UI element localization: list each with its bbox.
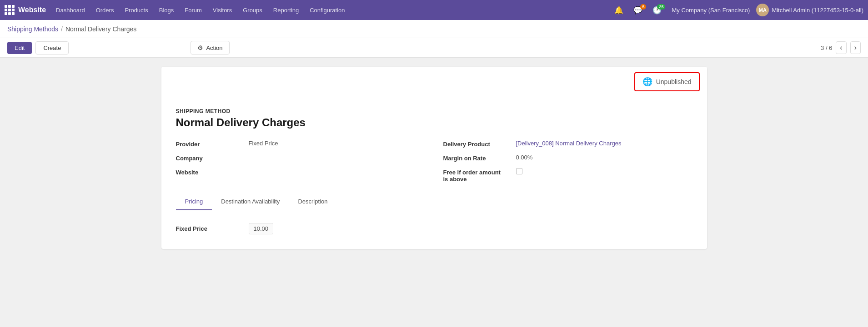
tab-pricing[interactable]: Pricing bbox=[176, 193, 212, 210]
record-card: 🌐 Unpublished Shipping Method Normal Del… bbox=[161, 67, 707, 249]
field-free-if-order-label: Free if order amount is above bbox=[443, 168, 516, 183]
nav-products[interactable]: Products bbox=[120, 0, 152, 20]
unpublished-button[interactable]: 🌐 Unpublished bbox=[634, 72, 700, 91]
nav-visitors[interactable]: Visitors bbox=[208, 0, 236, 20]
user-name: Mitchell Admin (11227453-15-0-all) bbox=[772, 7, 863, 14]
breadcrumb-parent[interactable]: Shipping Methods bbox=[7, 25, 58, 33]
tab-description[interactable]: Description bbox=[289, 193, 336, 210]
card-header: 🌐 Unpublished bbox=[161, 67, 707, 97]
nav-configuration[interactable]: Configuration bbox=[305, 0, 349, 20]
navbar-right: 🔔 💬 5 🕐 25 My Company (San Francisco) MA… bbox=[611, 4, 863, 16]
nav-groups[interactable]: Groups bbox=[238, 0, 267, 20]
next-page-button[interactable]: › bbox=[850, 41, 861, 54]
create-button[interactable]: Create bbox=[35, 41, 69, 54]
main-content: 🌐 Unpublished Shipping Method Normal Del… bbox=[0, 58, 868, 327]
activity-button[interactable]: 🕐 25 bbox=[649, 4, 665, 16]
edit-button[interactable]: Edit bbox=[7, 42, 32, 54]
nav-reporting[interactable]: Reporting bbox=[269, 0, 303, 20]
gear-icon: ⚙ bbox=[197, 44, 203, 51]
field-company: Company bbox=[176, 154, 425, 162]
free-if-order-checkbox[interactable] bbox=[516, 168, 522, 174]
field-delivery-product-value[interactable]: [Delivery_008] Normal Delivery Charges bbox=[516, 140, 622, 147]
field-website: Website bbox=[176, 168, 425, 176]
nav-dashboard[interactable]: Dashboard bbox=[51, 0, 90, 20]
tab-destination[interactable]: Destination Availability bbox=[212, 193, 289, 210]
field-margin-rate-label: Margin on Rate bbox=[443, 154, 516, 162]
pagination-text: 3 / 6 bbox=[821, 45, 832, 51]
action-button[interactable]: ⚙ Action bbox=[191, 41, 229, 54]
grid-icon bbox=[5, 5, 15, 15]
field-company-label: Company bbox=[176, 154, 249, 162]
record-title: Normal Delivery Charges bbox=[176, 116, 692, 129]
record-type: Shipping Method bbox=[176, 108, 692, 114]
prev-page-button[interactable]: ‹ bbox=[836, 41, 846, 54]
action-label: Action bbox=[206, 45, 222, 51]
field-margin-rate: Margin on Rate 0.00% bbox=[443, 154, 692, 162]
messages-badge: 5 bbox=[640, 4, 646, 10]
nav-blogs[interactable]: Blogs bbox=[155, 0, 179, 20]
breadcrumb: Shipping Methods / Normal Delivery Charg… bbox=[7, 25, 136, 33]
field-provider-value: Fixed Price bbox=[249, 140, 278, 147]
breadcrumb-separator: / bbox=[61, 25, 63, 33]
toolbar: Edit Create ⚙ Action 3 / 6 ‹ › bbox=[0, 38, 868, 58]
record-body: Shipping Method Normal Delivery Charges … bbox=[161, 97, 707, 249]
messages-button[interactable]: 💬 5 bbox=[630, 4, 646, 16]
brand-logo[interactable]: Website bbox=[5, 5, 46, 15]
top-navbar: Website Dashboard Orders Products Blogs … bbox=[0, 0, 868, 20]
field-provider-label: Provider bbox=[176, 140, 249, 148]
notifications-bell-button[interactable]: 🔔 bbox=[611, 4, 627, 16]
field-website-label: Website bbox=[176, 168, 249, 176]
sub-header: Shipping Methods / Normal Delivery Charg… bbox=[0, 20, 868, 38]
fields-grid: Provider Fixed Price Company Website bbox=[176, 140, 692, 183]
brand-name: Website bbox=[18, 6, 46, 14]
activity-badge: 25 bbox=[657, 4, 665, 10]
right-fields: Delivery Product [Delivery_008] Normal D… bbox=[443, 140, 692, 183]
left-fields: Provider Fixed Price Company Website bbox=[176, 140, 425, 183]
unpublished-label: Unpublished bbox=[656, 78, 692, 85]
fixed-price-value: 10.00 bbox=[249, 223, 274, 234]
fixed-price-row: Fixed Price 10.00 bbox=[176, 223, 692, 234]
fixed-price-label: Fixed Price bbox=[176, 225, 249, 232]
tabs: Pricing Destination Availability Descrip… bbox=[176, 193, 692, 210]
globe-icon: 🌐 bbox=[642, 77, 652, 87]
field-free-if-order: Free if order amount is above bbox=[443, 168, 692, 183]
nav-orders[interactable]: Orders bbox=[91, 0, 119, 20]
avatar[interactable]: MA bbox=[756, 4, 769, 16]
pricing-tab-content: Fixed Price 10.00 bbox=[176, 219, 692, 238]
pagination-controls: 3 / 6 ‹ › bbox=[821, 41, 861, 54]
field-margin-rate-value: 0.00% bbox=[516, 154, 533, 161]
field-delivery-product: Delivery Product [Delivery_008] Normal D… bbox=[443, 140, 692, 148]
field-provider: Provider Fixed Price bbox=[176, 140, 425, 148]
field-delivery-product-label: Delivery Product bbox=[443, 140, 516, 148]
breadcrumb-current: Normal Delivery Charges bbox=[65, 25, 136, 33]
nav-forum[interactable]: Forum bbox=[180, 0, 206, 20]
company-name: My Company (San Francisco) bbox=[668, 7, 753, 14]
